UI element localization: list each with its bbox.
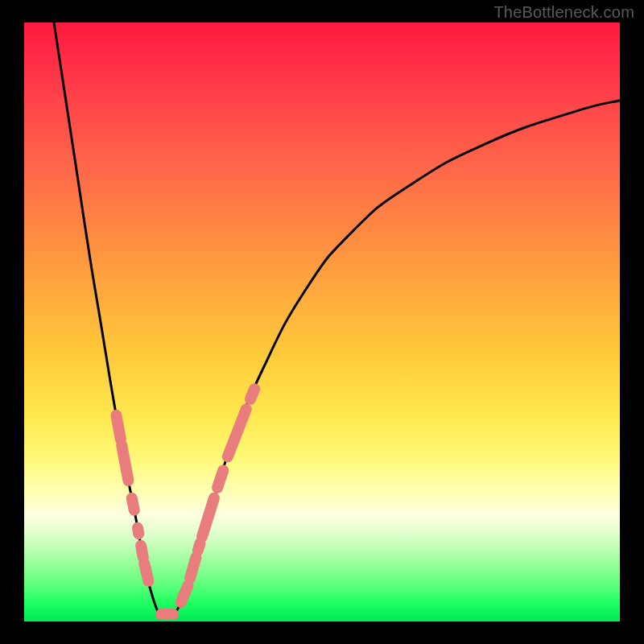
- bead-segment: [202, 498, 214, 537]
- watermark-text: TheBottleneck.com: [493, 3, 634, 22]
- bead-segment: [198, 543, 200, 551]
- chart-frame: TheBottleneck.com: [0, 0, 644, 644]
- bead-segment: [181, 585, 188, 602]
- bead-segment: [144, 564, 148, 581]
- bead-segment: [228, 409, 246, 456]
- bead-segment: [122, 445, 128, 481]
- bead-segment: [141, 546, 143, 558]
- bead-segment: [190, 557, 196, 578]
- curve-beads: [116, 389, 254, 614]
- bead-segment: [138, 528, 138, 534]
- chart-overlay: [24, 23, 620, 621]
- bead-segment: [250, 389, 254, 399]
- bead-segment: [132, 498, 134, 510]
- bead-segment: [116, 415, 120, 439]
- bead-segment: [217, 470, 223, 487]
